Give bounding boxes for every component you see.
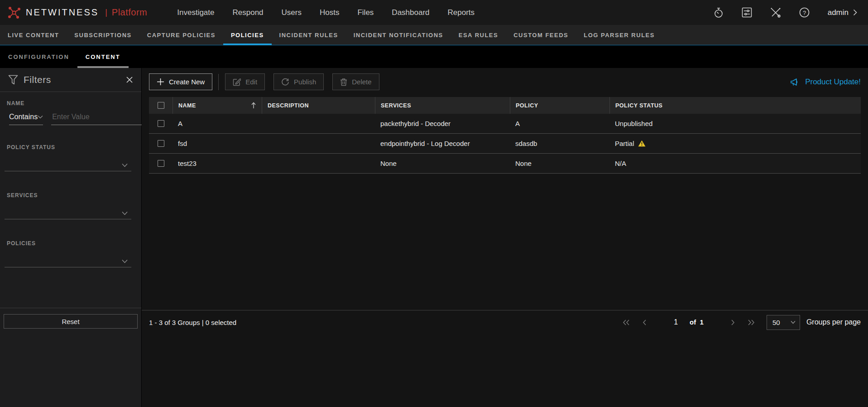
policies-label: POLICIES xyxy=(7,240,131,247)
jobs-timer-icon[interactable] xyxy=(714,7,724,18)
filter-section-policies: POLICIES xyxy=(0,232,141,267)
table-row-a[interactable]: A packethybrid - Decoder A Unpublished xyxy=(149,114,861,134)
nav-reports[interactable]: Reports xyxy=(439,0,484,25)
previous-page-icon[interactable] xyxy=(636,320,653,325)
reset-filters-button[interactable]: Reset xyxy=(4,314,138,329)
cell-services: None xyxy=(375,160,510,167)
page-indicator: 1 of 1 xyxy=(674,318,704,326)
row-checkbox[interactable] xyxy=(158,140,164,147)
filters-footer: Reset xyxy=(0,308,141,334)
admin-tab-bar: LIVE CONTENT SUBSCRIPTIONS CAPTURE POLIC… xyxy=(0,25,868,45)
topbar-actions: ? admin xyxy=(714,7,857,18)
tab-content[interactable]: CONTENT xyxy=(77,45,129,68)
admin-tools-icon[interactable] xyxy=(770,7,781,18)
nav-hosts[interactable]: Hosts xyxy=(311,0,348,25)
preferences-icon[interactable] xyxy=(742,7,752,18)
cell-policy: sdasdb xyxy=(510,140,609,147)
chevron-down-icon xyxy=(38,115,43,119)
cell-name: test23 xyxy=(173,160,262,167)
page-size-select[interactable]: 50 xyxy=(767,315,800,330)
tab-esa-rules[interactable]: ESA RULES xyxy=(451,25,506,45)
warning-icon xyxy=(638,140,646,147)
tab-incident-rules[interactable]: INCIDENT RULES xyxy=(272,25,346,45)
product-update-link[interactable]: Product Update! xyxy=(790,78,861,87)
filters-header: Filters xyxy=(0,68,141,92)
services-label: SERVICES xyxy=(7,192,131,199)
content-groups-main: Create New Edit xyxy=(142,68,868,407)
column-header-services[interactable]: SERVICES xyxy=(375,97,510,114)
publish-button[interactable]: Publish xyxy=(273,73,324,90)
tab-log-parser-rules[interactable]: LOG PARSER RULES xyxy=(576,25,662,45)
tab-configuration[interactable]: CONFIGURATION xyxy=(0,45,77,68)
pagination-bar: 1 - 3 of 3 Groups | 0 selected 1 of 1 xyxy=(142,310,868,334)
nav-files[interactable]: Files xyxy=(348,0,383,25)
delete-label: Delete xyxy=(352,78,371,86)
sort-ascending-icon[interactable] xyxy=(251,102,256,109)
edit-pencil-icon xyxy=(233,78,241,86)
help-icon[interactable]: ? xyxy=(799,7,810,18)
publish-refresh-icon xyxy=(281,78,289,86)
groups-table: NAME DESCRIPTION SERVICES POLICY POLICY … xyxy=(149,97,861,174)
row-checkbox[interactable] xyxy=(158,160,164,167)
policy-status-text: Partial xyxy=(615,140,634,147)
publish-label: Publish xyxy=(294,78,316,86)
filters-close-icon[interactable] xyxy=(126,76,133,83)
delete-button[interactable]: Delete xyxy=(332,73,379,90)
tab-capture-policies[interactable]: CAPTURE POLICIES xyxy=(139,25,223,45)
last-page-icon[interactable] xyxy=(741,320,761,325)
next-page-icon[interactable] xyxy=(724,320,741,325)
edit-button[interactable]: Edit xyxy=(225,73,265,90)
current-page-value[interactable]: 1 xyxy=(674,318,678,326)
chevron-down-icon xyxy=(122,259,128,263)
nav-investigate[interactable]: Investigate xyxy=(168,0,223,25)
chevron-down-icon xyxy=(122,211,128,215)
table-row-fsd[interactable]: fsd endpointhybrid - Log Decoder sdasdb … xyxy=(149,134,861,154)
first-page-icon[interactable] xyxy=(616,320,636,325)
tab-incident-notifications[interactable]: INCIDENT NOTIFICATIONS xyxy=(346,25,451,45)
nav-respond[interactable]: Respond xyxy=(224,0,273,25)
page-of-label: of 1 xyxy=(690,318,704,326)
policy-status-text: N/A xyxy=(615,160,626,167)
nav-dashboard[interactable]: Dashboard xyxy=(383,0,438,25)
filter-section-name: NAME Contains xyxy=(0,92,141,125)
name-operator-value: Contains xyxy=(9,113,38,121)
filter-section-policy-status: POLICY STATUS xyxy=(0,136,141,171)
tab-subscriptions[interactable]: SUBSCRIPTIONS xyxy=(67,25,139,45)
tab-policies[interactable]: POLICIES xyxy=(223,25,272,45)
edit-label: Edit xyxy=(245,78,257,86)
user-menu[interactable]: admin xyxy=(828,8,857,17)
table-row-test23[interactable]: test23 None None N/A xyxy=(149,154,861,174)
plus-icon xyxy=(157,78,164,86)
policy-status-text: Unpublished xyxy=(615,120,652,127)
services-select[interactable] xyxy=(5,201,131,219)
column-header-policy[interactable]: POLICY xyxy=(510,97,609,114)
netwitness-logo-icon xyxy=(7,5,22,20)
row-checkbox[interactable] xyxy=(158,120,164,127)
cell-services: packethybrid - Decoder xyxy=(375,120,510,127)
name-filter-input[interactable] xyxy=(51,113,146,125)
filter-section-services: SERVICES xyxy=(0,184,141,219)
name-operator-select[interactable]: Contains xyxy=(9,113,43,125)
trash-icon xyxy=(340,78,347,86)
column-header-policy-status[interactable]: POLICY STATUS xyxy=(609,97,861,114)
policies-select[interactable] xyxy=(5,249,131,267)
filters-title: Filters xyxy=(24,74,51,85)
selection-summary: 1 - 3 of 3 Groups | 0 selected xyxy=(149,319,236,326)
nav-users[interactable]: Users xyxy=(273,0,311,25)
create-new-button[interactable]: Create New xyxy=(149,73,212,90)
column-header-description[interactable]: DESCRIPTION xyxy=(262,97,375,114)
tab-custom-feeds[interactable]: CUSTOM FEEDS xyxy=(506,25,576,45)
brand-logo[interactable]: NETWITNESS | Platform xyxy=(7,5,147,20)
cell-name: A xyxy=(173,120,262,127)
cell-name: fsd xyxy=(173,140,262,147)
svg-text:?: ? xyxy=(803,10,806,16)
filters-panel: Filters NAME Contains xyxy=(0,68,142,407)
user-label: admin xyxy=(828,8,849,17)
select-all-checkbox[interactable] xyxy=(158,102,164,109)
policy-status-select[interactable] xyxy=(5,153,131,171)
cell-services: endpointhybrid - Log Decoder xyxy=(375,140,510,147)
toolbar-divider xyxy=(218,74,219,90)
tab-live-content[interactable]: LIVE CONTENT xyxy=(0,25,67,45)
column-header-name[interactable]: NAME xyxy=(173,97,262,114)
cell-policy-status: Unpublished xyxy=(609,120,861,127)
